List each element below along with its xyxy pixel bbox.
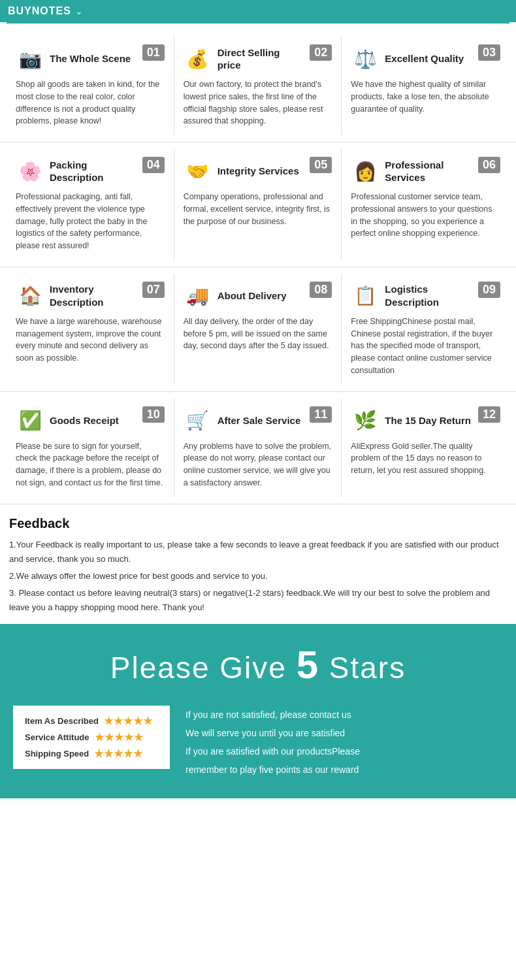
cell-title-11: After Sale Service — [218, 414, 305, 427]
cell-title-01: The Whole Scene — [50, 52, 137, 65]
stars-headline-post: Stars — [319, 651, 406, 685]
cell-title-wrap-01: The Whole Scene — [50, 52, 137, 65]
cell-number-03: 03 — [478, 44, 500, 61]
cell-title-wrap-03: Excellent Quality — [385, 52, 473, 65]
cell-number-07: 07 — [142, 282, 165, 298]
cell-title-wrap-06: Professional Services — [385, 159, 473, 184]
cell-text-03: We have the highest quality of similar p… — [351, 78, 500, 115]
cell-title-08: About Delivery — [218, 289, 305, 302]
stars-message: If you are not satisfied, please contact… — [185, 706, 360, 779]
cell-title-wrap-07: Inventory Description — [50, 283, 137, 308]
cell-02: 💰 Direct Selling price 02 Our own factor… — [174, 37, 342, 135]
cell-08: 🚚 About Delivery 08 All day delivery, th… — [174, 274, 342, 385]
cell-icon-02: 💰 — [184, 44, 212, 73]
cell-number-09: 09 — [478, 282, 500, 298]
stars-message-line-3: If you are satisfied with our productsPl… — [185, 742, 360, 760]
header-underline — [7, 22, 509, 24]
cell-12: 🌿 The 15 Day Return 12 AliExpress Gold s… — [342, 399, 509, 497]
cell-title-03: Excellent Quality — [385, 52, 473, 65]
stars-headline: Please Give 5 Stars — [13, 642, 503, 687]
cell-number-05: 05 — [310, 157, 332, 173]
cell-title-12: The 15 Day Return — [385, 414, 473, 427]
stars-bottom: Item As Described★★★★★Service Attitude★★… — [13, 706, 503, 779]
cell-text-05: Company operations, professional and for… — [184, 191, 332, 227]
cell-11: 🛒 After Sale Service 11 Any problems hav… — [174, 399, 342, 497]
cell-icon-12: 🌿 — [351, 406, 379, 435]
feedback-line-1: 1.Your Feedback is really important to u… — [9, 538, 507, 566]
cell-title-wrap-04: Packing Description — [50, 159, 137, 184]
cell-title-10: Goods Receipt — [50, 414, 137, 427]
cell-header-07: 🏠 Inventory Description 07 — [16, 282, 165, 310]
cell-icon-04: 🌸 — [16, 157, 44, 186]
cell-text-08: All day delivery, the order of the day b… — [184, 316, 332, 352]
cell-header-01: 📷 The Whole Scene 01 — [16, 44, 165, 73]
cell-title-wrap-09: Logistics Description — [385, 283, 473, 308]
cell-icon-06: 👩 — [351, 157, 379, 186]
stars-label-2: Service Attitude — [25, 732, 89, 742]
star-icons-2: ★★★★★ — [95, 731, 144, 743]
cell-header-03: ⚖️ Excellent Quality 03 — [351, 44, 500, 73]
cell-title-wrap-10: Goods Receipt — [50, 414, 137, 427]
section-3-grid: 🏠 Inventory Description 07 We have a lar… — [7, 274, 509, 385]
header-bar: BUYNOTES ⌄ — [0, 0, 516, 22]
star-icons-1: ★★★★★ — [104, 715, 153, 727]
cell-icon-01: 📷 — [16, 44, 44, 73]
cell-number-02: 02 — [310, 44, 332, 61]
cell-title-wrap-08: About Delivery — [218, 289, 305, 302]
cell-text-01: Shop all goods are taken in kind, for th… — [16, 78, 165, 127]
header-title: BUYNOTES — [8, 5, 71, 17]
cell-text-11: Any problems have to solve the problem, … — [184, 440, 332, 489]
cell-title-05: Integrity Services — [218, 165, 305, 178]
section-2: 🌸 Packing Description 04 Professional pa… — [0, 142, 516, 267]
section-4-grid: ✅ Goods Receipt 10 Please be sure to sig… — [7, 399, 509, 497]
stars-headline-pre: Please Give — [110, 651, 297, 685]
cell-07: 🏠 Inventory Description 07 We have a lar… — [7, 274, 174, 385]
feedback-lines: 1.Your Feedback is really important to u… — [9, 538, 507, 615]
cell-text-12: AliExpress Gold seller.The quality probl… — [351, 440, 500, 477]
cell-text-09: Free ShippingChinese postal mail, Chines… — [351, 316, 500, 377]
stars-label-3: Shipping Speed — [25, 749, 89, 759]
star-icons-3: ★★★★★ — [94, 747, 143, 760]
cell-header-06: 👩 Professional Services 06 — [351, 157, 500, 186]
cell-title-04: Packing Description — [50, 159, 137, 184]
cell-number-01: 01 — [142, 44, 165, 61]
cell-number-06: 06 — [478, 157, 500, 173]
cell-icon-05: 🤝 — [184, 157, 212, 186]
header-dropdown-icon: ⌄ — [75, 6, 83, 16]
cell-header-11: 🛒 After Sale Service 11 — [184, 406, 332, 435]
stars-message-line-4: remember to play five points as our rewa… — [185, 760, 360, 779]
stars-row-1: Item As Described★★★★★ — [25, 715, 158, 727]
cell-header-05: 🤝 Integrity Services 05 — [184, 157, 332, 186]
cell-01: 📷 The Whole Scene 01 Shop all goods are … — [7, 37, 174, 135]
cell-icon-09: 📋 — [351, 282, 379, 310]
cell-03: ⚖️ Excellent Quality 03 We have the high… — [342, 37, 509, 135]
section-2-grid: 🌸 Packing Description 04 Professional pa… — [7, 149, 509, 260]
cell-title-wrap-02: Direct Selling price — [218, 46, 305, 72]
cell-text-10: Please be sure to sign for yourself, che… — [16, 440, 165, 489]
section-1-grid: 📷 The Whole Scene 01 Shop all goods are … — [7, 37, 509, 135]
cell-number-10: 10 — [142, 406, 165, 423]
cell-06: 👩 Professional Services 06 Professional … — [342, 149, 509, 260]
stars-label-1: Item As Described — [25, 716, 99, 726]
feedback-title: Feedback — [9, 516, 507, 531]
cell-title-wrap-11: After Sale Service — [218, 414, 305, 427]
sections-container: 📷 The Whole Scene 01 Shop all goods are … — [0, 30, 516, 504]
cell-title-wrap-05: Integrity Services — [218, 165, 305, 178]
feedback-section: Feedback 1.Your Feedback is really impor… — [0, 504, 516, 624]
cell-icon-11: 🛒 — [184, 406, 212, 435]
cell-10: ✅ Goods Receipt 10 Please be sure to sig… — [7, 399, 174, 497]
cell-title-07: Inventory Description — [50, 283, 137, 308]
cell-title-wrap-12: The 15 Day Return — [385, 414, 473, 427]
cell-title-06: Professional Services — [385, 159, 473, 184]
cell-number-08: 08 — [310, 282, 332, 298]
section-1: 📷 The Whole Scene 01 Shop all goods are … — [0, 30, 516, 142]
cell-number-11: 11 — [310, 406, 332, 423]
section-4: ✅ Goods Receipt 10 Please be sure to sig… — [0, 392, 516, 504]
cell-header-09: 📋 Logistics Description 09 — [351, 282, 500, 310]
cell-text-06: Professional customer service team, prof… — [351, 191, 500, 240]
cell-number-04: 04 — [142, 157, 165, 173]
cell-header-12: 🌿 The 15 Day Return 12 — [351, 406, 500, 435]
cell-header-08: 🚚 About Delivery 08 — [184, 282, 332, 310]
stars-banner: Please Give 5 Stars Item As Described★★★… — [0, 624, 516, 798]
cell-number-12: 12 — [478, 406, 500, 423]
